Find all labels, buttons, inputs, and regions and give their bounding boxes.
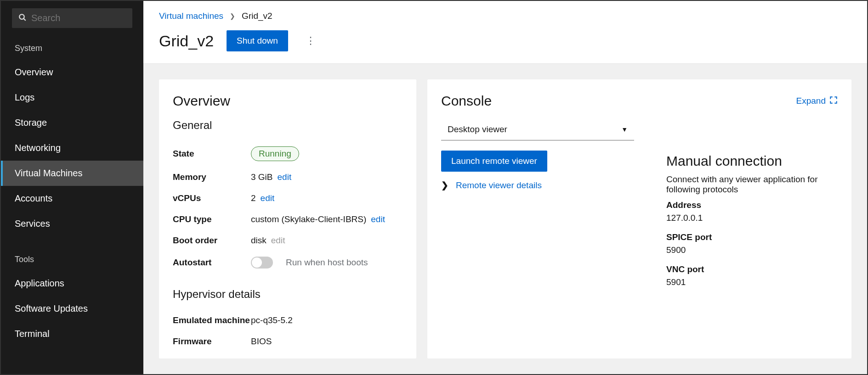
value-vnc-port: 5901 xyxy=(666,277,838,287)
general-subtitle: General xyxy=(173,119,403,132)
label-vnc-port: VNC port xyxy=(666,264,838,274)
sidebar-item-logs[interactable]: Logs xyxy=(1,85,143,110)
search-icon xyxy=(18,13,27,23)
edit-vcpus-link[interactable]: edit xyxy=(261,193,275,203)
label-vcpus: vCPUs xyxy=(173,193,251,203)
main: Virtual machines ❯ Grid_v2 Grid_v2 Shut … xyxy=(143,1,867,374)
edit-memory-link[interactable]: edit xyxy=(278,172,292,182)
value-address: 127.0.0.1 xyxy=(666,213,838,223)
viewer-selected-value: Desktop viewer xyxy=(448,124,507,134)
value-spice-port: 5900 xyxy=(666,245,838,255)
console-card: Console Expand Desktop viewer ▼ Launch r… xyxy=(427,79,851,358)
search-box[interactable] xyxy=(12,8,132,28)
chevron-right-icon: ❯ xyxy=(230,12,235,20)
sidebar-item-accounts[interactable]: Accounts xyxy=(1,186,143,211)
sidebar-item-virtual-machines[interactable]: Virtual Machines xyxy=(1,161,143,186)
shutdown-button[interactable]: Shut down xyxy=(227,30,288,51)
value-boot-order: disk xyxy=(251,235,267,246)
label-address: Address xyxy=(666,200,838,210)
label-cpu-type: CPU type xyxy=(173,214,251,224)
label-spice-port: SPICE port xyxy=(666,232,838,242)
sidebar-item-overview[interactable]: Overview xyxy=(1,60,143,85)
search-input[interactable] xyxy=(31,13,126,23)
expand-console-link[interactable]: Expand xyxy=(796,96,838,106)
caret-down-icon: ▼ xyxy=(621,126,628,133)
sidebar-item-storage[interactable]: Storage xyxy=(1,110,143,135)
console-title: Console xyxy=(441,93,492,109)
nav-section-tools: Tools xyxy=(1,248,143,271)
content-area: Overview General State Running Memory 3 … xyxy=(143,64,867,374)
sidebar-item-applications[interactable]: Applications xyxy=(1,271,143,296)
label-state: State xyxy=(173,149,251,159)
value-vcpus: 2 xyxy=(251,193,256,203)
label-emulated-machine: Emulated machine xyxy=(173,315,251,325)
expand-label: Expand xyxy=(796,96,826,106)
value-memory: 3 GiB xyxy=(251,172,273,182)
label-boot-order: Boot order xyxy=(173,235,251,246)
edit-boot-order-link[interactable]: edit xyxy=(271,235,285,246)
sidebar-item-services[interactable]: Services xyxy=(1,211,143,236)
value-cpu-type: custom (Skylake-Client-IBRS) xyxy=(251,214,366,224)
label-firmware: Firmware xyxy=(173,336,251,347)
autostart-toggle[interactable] xyxy=(251,257,273,269)
page-title: Grid_v2 xyxy=(159,32,214,50)
label-autostart: Autostart xyxy=(173,257,251,268)
sidebar-item-software-updates[interactable]: Software Updates xyxy=(1,296,143,321)
value-emulated-machine: pc-q35-5.2 xyxy=(251,315,293,325)
label-memory: Memory xyxy=(173,172,251,182)
manual-connection-desc: Connect with any viewer application for … xyxy=(666,174,838,195)
svg-point-0 xyxy=(19,14,24,19)
hypervisor-title: Hypervisor details xyxy=(173,288,403,301)
viewer-select[interactable]: Desktop viewer ▼ xyxy=(441,119,634,140)
sidebar: System Overview Logs Storage Networking … xyxy=(1,1,143,374)
chevron-right-icon[interactable]: ❯ xyxy=(441,180,448,190)
autostart-desc: Run when host boots xyxy=(286,257,368,268)
value-firmware: BIOS xyxy=(251,336,272,347)
remote-viewer-details-link[interactable]: Remote viewer details xyxy=(456,180,542,190)
overview-card: Overview General State Running Memory 3 … xyxy=(159,79,416,358)
sidebar-item-networking[interactable]: Networking xyxy=(1,135,143,161)
overview-title: Overview xyxy=(173,93,403,109)
nav-section-system: System xyxy=(1,37,143,60)
breadcrumb: Virtual machines ❯ Grid_v2 xyxy=(159,11,851,21)
breadcrumb-current: Grid_v2 xyxy=(242,11,272,21)
manual-connection-title: Manual connection xyxy=(666,153,838,169)
breadcrumb-parent-link[interactable]: Virtual machines xyxy=(159,11,223,21)
expand-icon xyxy=(829,96,838,106)
launch-remote-viewer-button[interactable]: Launch remote viewer xyxy=(441,151,547,172)
header-bar: Virtual machines ❯ Grid_v2 Grid_v2 Shut … xyxy=(143,1,867,64)
kebab-menu-icon[interactable]: ⋮ xyxy=(301,32,320,50)
svg-line-1 xyxy=(23,18,26,21)
status-badge: Running xyxy=(251,146,299,161)
sidebar-item-terminal[interactable]: Terminal xyxy=(1,321,143,347)
edit-cpu-type-link[interactable]: edit xyxy=(371,214,385,224)
